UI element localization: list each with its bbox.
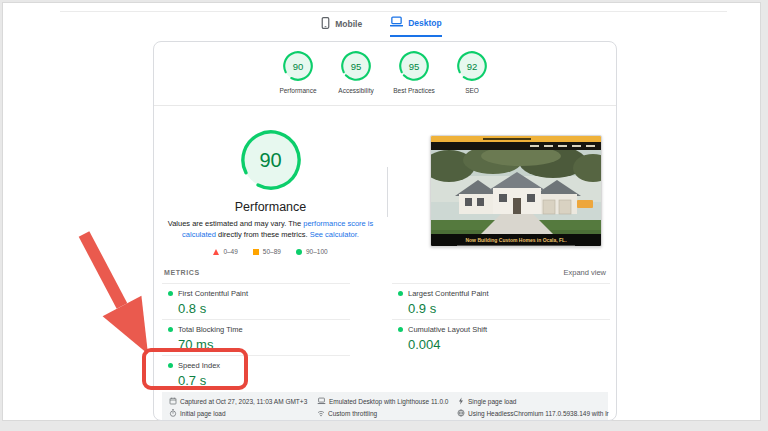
metric-cumulative-layout-shift: Cumulative Layout Shift 0.004 <box>392 319 610 355</box>
single-load-text: Single page load <box>468 398 516 405</box>
metric-value: 0.7 s <box>178 373 350 388</box>
site-banner: Now Building Custom Homes in Ocala, FL. <box>431 234 601 247</box>
best-practices-score-label: Best Practices <box>393 87 435 94</box>
accessibility-gauge: 95 <box>340 50 372 82</box>
report-meta-footer: Captured at Oct 27, 2023, 11:03 AM GMT+3… <box>162 392 608 420</box>
seo-score-label: SEO <box>465 87 479 94</box>
metrics-right-column: Largest Contentful Paint 0.9 s Cumulativ… <box>392 283 610 355</box>
footer-throttling: Custom throttling <box>317 408 448 419</box>
pass-dot-icon <box>398 327 403 332</box>
legend-pass: 90–100 <box>296 248 328 255</box>
captured-text: Captured at Oct 27, 2023, 11:03 AM GMT+3 <box>180 398 307 405</box>
globe-icon <box>457 409 465 418</box>
lighthouse-report-card: 90 Performance 95 Accessibility 95 Best … <box>153 41 617 421</box>
page-screenshot-thumbnail[interactable]: Now Building Custom Homes in Ocala, FL. <box>430 135 602 247</box>
summary-vertical-divider <box>387 167 388 217</box>
pass-dot-icon <box>398 291 403 296</box>
legend-pass-range: 90–100 <box>306 248 328 255</box>
disclaimer-text-2: directly from these metrics. <box>216 230 310 239</box>
footer-captured: Captured at Oct 27, 2023, 11:03 AM GMT+3 <box>169 396 307 407</box>
performance-score-value: 90 <box>282 50 314 82</box>
score-accessibility[interactable]: 95 Accessibility <box>327 50 385 94</box>
pass-dot-icon <box>168 327 173 332</box>
metric-value: 70 ms <box>178 337 350 352</box>
footer-initial-load: Initial page load <box>169 408 307 419</box>
metric-label: First Contentful Paint <box>178 289 248 298</box>
wifi-icon <box>317 409 325 418</box>
site-navbar <box>431 142 601 150</box>
score-best-practices[interactable]: 95 Best Practices <box>385 50 443 94</box>
average-square-icon <box>253 249 259 255</box>
footer-column-1: Captured at Oct 27, 2023, 11:03 AM GMT+3… <box>169 396 307 420</box>
score-legend: 0–49 50–89 90–100 <box>213 248 327 255</box>
expand-view-link[interactable]: Expand view <box>563 268 606 277</box>
throttling-text: Custom throttling <box>328 410 377 417</box>
score-seo[interactable]: 92 SEO <box>443 50 501 94</box>
tab-mobile[interactable]: Mobile <box>321 16 362 37</box>
legend-fail: 0–49 <box>213 248 237 255</box>
site-topbar <box>431 136 601 142</box>
footer-chromium: Using HeadlessChromium 117.0.5938.149 wi… <box>457 408 609 419</box>
metric-largest-contentful-paint: Largest Contentful Paint 0.9 s <box>392 283 610 319</box>
legend-average: 50–89 <box>253 248 281 255</box>
score-disclaimer: Values are estimated and may vary. The p… <box>164 219 378 240</box>
fail-triangle-icon <box>213 249 219 255</box>
footer-column-2: Emulated Desktop with Lighthouse 11.0.0 … <box>317 396 448 420</box>
metric-label: Largest Contentful Paint <box>408 289 488 298</box>
footer-column-3: Single page load Using HeadlessChromium … <box>457 396 609 420</box>
header-divider <box>60 11 727 12</box>
disclaimer-text-1: Values are estimated and may vary. The <box>168 219 303 228</box>
metric-first-contentful-paint: First Contentful Paint 0.8 s <box>162 283 350 319</box>
category-scores-row: 90 Performance 95 Accessibility 95 Best … <box>154 50 616 94</box>
site-topbar-text-strip <box>483 138 531 140</box>
legend-average-range: 50–89 <box>263 248 281 255</box>
footer-emulated: Emulated Desktop with Lighthouse 11.0.0 <box>317 396 448 407</box>
accessibility-score-label: Accessibility <box>338 87 373 94</box>
site-hero-photo <box>431 150 601 234</box>
pagespeed-report-page: Mobile Desktop 90 Performance 95 <box>2 2 761 421</box>
metrics-left-column: First Contentful Paint 0.8 s Total Block… <box>162 283 350 391</box>
timer-icon <box>169 409 177 418</box>
score-performance[interactable]: 90 Performance <box>269 50 327 94</box>
desktop-laptop-icon <box>390 16 403 29</box>
initial-load-text: Initial page load <box>180 410 226 417</box>
metric-label: Total Blocking Time <box>178 325 243 334</box>
metric-speed-index: Speed Index 0.7 s <box>162 355 350 391</box>
metric-value: 0.9 s <box>408 301 610 316</box>
accessibility-score-value: 95 <box>340 50 372 82</box>
metric-label: Cumulative Layout Shift <box>408 325 487 334</box>
performance-main-gauge: 90 <box>240 129 302 191</box>
tab-mobile-label: Mobile <box>335 19 362 29</box>
site-banner-title: Now Building Custom Homes in Ocala, FL. <box>465 237 566 243</box>
laptop-icon <box>317 397 326 406</box>
best-practices-score-value: 95 <box>398 50 430 82</box>
chromium-text: Using HeadlessChromium 117.0.5938.149 wi… <box>468 410 609 417</box>
seo-gauge: 92 <box>456 50 488 82</box>
pass-circle-icon <box>296 249 302 255</box>
legend-fail-range: 0–49 <box>223 248 237 255</box>
metric-total-blocking-time: Total Blocking Time 70 ms <box>162 319 350 355</box>
metric-label: Speed Index <box>178 361 220 370</box>
metric-value: 0.004 <box>408 337 610 352</box>
pass-dot-icon <box>168 363 173 368</box>
metrics-header: METRICS Expand view <box>164 268 606 277</box>
site-cta-button <box>577 200 593 208</box>
performance-gauge: 90 <box>282 50 314 82</box>
site-banner-subtext-strip <box>457 245 575 246</box>
calendar-icon <box>169 397 177 406</box>
seo-score-value: 92 <box>456 50 488 82</box>
tab-desktop-label: Desktop <box>408 18 442 28</box>
tab-desktop[interactable]: Desktop <box>390 16 442 37</box>
emulated-text: Emulated Desktop with Lighthouse 11.0.0 <box>329 398 448 405</box>
footer-single-load: Single page load <box>457 396 609 407</box>
metric-value: 0.8 s <box>178 301 350 316</box>
bolt-icon <box>457 397 465 406</box>
metrics-heading: METRICS <box>164 269 200 276</box>
performance-summary: 90 Performance Values are estimated and … <box>154 105 387 262</box>
see-calculator-link[interactable]: See calculator. <box>310 230 359 239</box>
mobile-phone-icon <box>321 17 330 31</box>
performance-score-label: Performance <box>279 87 316 94</box>
performance-section-title: Performance <box>235 200 307 214</box>
device-tabs: Mobile Desktop <box>3 16 760 37</box>
pass-dot-icon <box>168 291 173 296</box>
